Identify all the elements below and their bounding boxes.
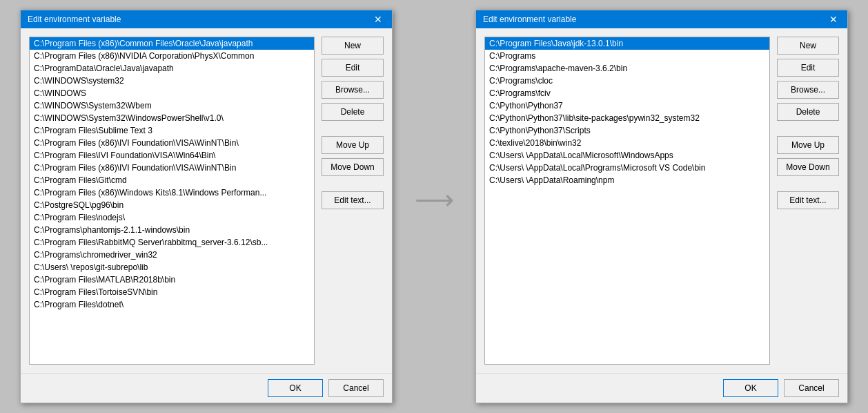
dialog-1-env-list[interactable]: C:\Program Files (x86)\Common Files\Orac…: [29, 37, 315, 365]
dialog-2-btn-spacer2: [777, 180, 839, 187]
list-item[interactable]: C:\Program Files (x86)\Common Files\Orac…: [30, 37, 314, 50]
list-item[interactable]: C:\Program Files (x86)\IVI Foundation\VI…: [30, 137, 314, 149]
list-item[interactable]: C:\Program Files (x86)\NVIDIA Corporatio…: [30, 50, 314, 62]
dialog-2-new-button[interactable]: New: [777, 37, 839, 55]
dialog-2-ok-button[interactable]: OK: [723, 379, 778, 397]
list-item[interactable]: C:\Python\Python37\Scripts: [485, 124, 769, 137]
list-item[interactable]: C:\Program Files\Java\jdk-13.0.1\bin: [485, 37, 769, 50]
dialog-1-content: C:\Program Files (x86)\Common Files\Orac…: [21, 28, 392, 373]
list-item[interactable]: C:\Program Files\IVI Foundation\VISA\Win…: [30, 149, 314, 162]
dialog-2-edit-button[interactable]: Edit: [777, 59, 839, 77]
dialog-1-cancel-button[interactable]: Cancel: [328, 379, 384, 397]
dialog-1-list-panel: C:\Program Files (x86)\Common Files\Orac…: [29, 37, 315, 365]
dialog-2-cancel-button[interactable]: Cancel: [784, 379, 839, 397]
dialog-2-move-up-button[interactable]: Move Up: [777, 136, 839, 154]
dialog-2-content: C:\Program Files\Java\jdk-13.0.1\binC:\P…: [476, 28, 847, 373]
list-item[interactable]: C:\Program Files\Sublime Text 3: [30, 124, 314, 137]
dialog-1-buttons-panel: New Edit Browse... Delete Move Up Move D…: [322, 37, 384, 365]
dialog-1-title: Edit environment variable: [28, 15, 121, 24]
dialog-1-btn-spacer2: [322, 180, 384, 187]
dialog-1-move-down-button[interactable]: Move Down: [322, 158, 384, 176]
list-item[interactable]: C:\WINDOWS\system32: [30, 75, 314, 87]
list-item[interactable]: C:\Program Files\Git\cmd: [30, 174, 314, 186]
list-item[interactable]: C:\Python\Python37: [485, 99, 769, 112]
list-item[interactable]: C:\Program Files\MATLAB\R2018b\bin: [30, 273, 314, 286]
dialog-1-new-button[interactable]: New: [322, 37, 384, 55]
list-item[interactable]: C:\Program Files (x86)\IVI Foundation\VI…: [30, 162, 314, 174]
dialog-1-browse-button[interactable]: Browse...: [322, 81, 384, 99]
page-wrapper: Edit environment variable ✕ C:\Program F…: [0, 0, 868, 413]
list-item[interactable]: C:\Program Files\nodejs\: [30, 211, 314, 224]
dialog-1-edit-button[interactable]: Edit: [322, 59, 384, 77]
dialog-1: Edit environment variable ✕ C:\Program F…: [20, 10, 393, 403]
list-item[interactable]: C:\WINDOWS\System32\WindowsPowerShell\v1…: [30, 112, 314, 124]
list-item[interactable]: C:\Program Files\TortoiseSVN\bin: [30, 286, 314, 298]
dialog-2-delete-button[interactable]: Delete: [777, 103, 839, 121]
list-item[interactable]: C:\PostgreSQL\pg96\bin: [30, 199, 314, 211]
dialog-2-buttons-panel: New Edit Browse... Delete Move Up Move D…: [777, 37, 839, 365]
dialog-2-env-list[interactable]: C:\Program Files\Java\jdk-13.0.1\binC:\P…: [484, 37, 770, 365]
dialog-1-btn-spacer: [322, 125, 384, 132]
list-item[interactable]: C:\Users\ \repos\git-subrepo\lib: [30, 261, 314, 273]
list-item[interactable]: C:\Programs\apache-maven-3.6.2\bin: [485, 62, 769, 75]
list-item[interactable]: C:\Program Files\dotnet\: [30, 298, 314, 311]
dialog-2-list-panel: C:\Program Files\Java\jdk-13.0.1\binC:\P…: [484, 37, 770, 365]
dialog-2-footer: OK Cancel: [476, 373, 847, 403]
dialog-1-ok-button[interactable]: OK: [268, 379, 323, 397]
dialog-2-browse-button[interactable]: Browse...: [777, 81, 839, 99]
list-item[interactable]: C:\Programs\fciv: [485, 87, 769, 99]
dialog-1-delete-button[interactable]: Delete: [322, 103, 384, 121]
dialog-2-edit-text-button[interactable]: Edit text...: [777, 191, 839, 209]
dialog-2-titlebar: Edit environment variable ✕: [476, 10, 847, 28]
list-item[interactable]: C:\Python\Python37\lib\site-packages\pyw…: [485, 112, 769, 124]
list-item[interactable]: C:\Users\ \AppData\Local\Programs\Micros…: [485, 162, 769, 174]
list-item[interactable]: C:\Programs: [485, 50, 769, 62]
dialog-2-title: Edit environment variable: [483, 15, 576, 24]
dialog-1-titlebar: Edit environment variable ✕: [21, 10, 392, 28]
dialog-2-close-button[interactable]: ✕: [827, 15, 840, 24]
list-item[interactable]: C:\Users\ \AppData\Roaming\npm: [485, 174, 769, 186]
list-item[interactable]: C:\Programs\chromedriver_win32: [30, 249, 314, 261]
dialog-1-move-up-button[interactable]: Move Up: [322, 136, 384, 154]
list-item[interactable]: C:\WINDOWS\System32\Wbem: [30, 99, 314, 112]
dialog-1-close-button[interactable]: ✕: [371, 15, 385, 24]
dialog-2-btn-spacer: [777, 125, 839, 132]
list-item[interactable]: C:\ProgramData\Oracle\Java\javapath: [30, 62, 314, 75]
dialog-1-edit-text-button[interactable]: Edit text...: [322, 191, 384, 209]
list-item[interactable]: C:\Program Files\RabbitMQ Server\rabbitm…: [30, 236, 314, 249]
arrow-indicator: ⟶: [413, 184, 455, 215]
list-item[interactable]: C:\Program Files (x86)\Windows Kits\8.1\…: [30, 186, 314, 199]
dialog-1-footer: OK Cancel: [21, 373, 392, 403]
dialog-2: Edit environment variable ✕ C:\Program F…: [475, 10, 848, 403]
list-item[interactable]: C:\Programs\cloc: [485, 75, 769, 87]
list-item[interactable]: C:\texlive\2018\bin\win32: [485, 137, 769, 149]
list-item[interactable]: C:\Programs\phantomjs-2.1.1-windows\bin: [30, 224, 314, 236]
arrow-icon: ⟶: [415, 184, 454, 215]
dialog-2-move-down-button[interactable]: Move Down: [777, 158, 839, 176]
list-item[interactable]: C:\WINDOWS: [30, 87, 314, 99]
list-item[interactable]: C:\Users\ \AppData\Local\Microsoft\Windo…: [485, 149, 769, 162]
